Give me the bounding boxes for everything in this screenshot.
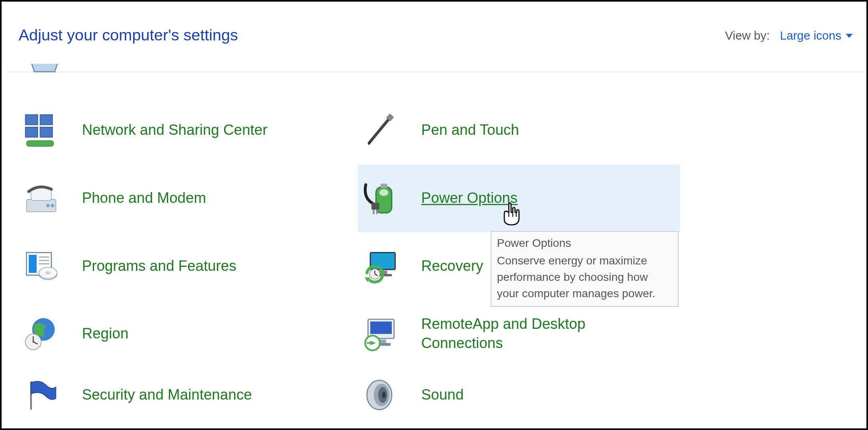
item-label: Pen and Touch <box>421 121 519 140</box>
svg-rect-31 <box>371 203 379 210</box>
item-label: Region <box>82 324 128 344</box>
phone-modem-icon <box>23 180 59 216</box>
cursor-pointer-icon <box>501 202 522 226</box>
item-programs-and-features[interactable]: Programs and Features <box>18 232 341 300</box>
tooltip-title: Power Options <box>497 235 672 252</box>
chevron-down-icon <box>846 34 853 38</box>
svg-rect-29 <box>381 184 387 188</box>
svg-point-9 <box>46 204 50 207</box>
remoteapp-icon <box>362 316 398 352</box>
view-by-value: Large icons <box>780 29 841 42</box>
svg-point-30 <box>379 189 389 196</box>
item-label: Recovery <box>421 256 483 276</box>
region-icon <box>23 316 59 352</box>
item-label: Phone and Modem <box>82 189 206 208</box>
item-sound[interactable]: Sound <box>358 368 680 422</box>
item-label: RemoteApp and Desktop Connections <box>421 315 658 353</box>
view-by-dropdown[interactable]: Large icons <box>780 29 853 42</box>
pen-icon <box>362 112 398 148</box>
svg-point-10 <box>51 204 54 207</box>
flag-icon <box>23 377 59 413</box>
item-remoteapp[interactable]: RemoteApp and Desktop Connections <box>358 300 680 368</box>
partial-item-icon <box>26 64 62 75</box>
item-region[interactable]: Region <box>18 300 341 368</box>
svg-marker-0 <box>29 64 60 72</box>
network-icon <box>23 112 59 148</box>
svg-rect-5 <box>40 127 52 137</box>
svg-rect-12 <box>29 255 37 273</box>
header-divider <box>7 72 864 72</box>
svg-rect-6 <box>26 141 54 146</box>
svg-point-18 <box>45 271 51 274</box>
item-phone-and-modem[interactable]: Phone and Modem <box>18 164 341 232</box>
item-network-sharing-center[interactable]: Network and Sharing Center <box>18 96 341 164</box>
svg-rect-4 <box>25 127 38 137</box>
item-label: Security and Maintenance <box>82 386 252 405</box>
battery-icon <box>362 180 398 216</box>
item-pen-and-touch[interactable]: Pen and Touch <box>358 96 680 164</box>
item-label: Programs and Features <box>82 256 237 276</box>
recovery-icon <box>362 248 398 284</box>
svg-rect-43 <box>370 322 392 334</box>
svg-rect-8 <box>31 188 51 200</box>
item-label: Network and Sharing Center <box>82 121 268 140</box>
tooltip-body: Conserve energy or maximize performance … <box>497 252 672 302</box>
svg-rect-2 <box>25 115 38 125</box>
item-security-maintenance[interactable]: Security and Maintenance <box>18 368 341 422</box>
page-title: Adjust your computer's settings <box>18 26 238 44</box>
svg-line-25 <box>369 117 391 143</box>
tooltip: Power Options Conserve energy or maximiz… <box>491 231 678 307</box>
svg-point-52 <box>382 392 385 398</box>
item-label: Sound <box>421 386 463 405</box>
programs-icon <box>23 248 59 284</box>
speaker-icon <box>362 377 398 413</box>
svg-rect-3 <box>40 115 52 125</box>
view-by-label: View by: <box>725 29 770 42</box>
